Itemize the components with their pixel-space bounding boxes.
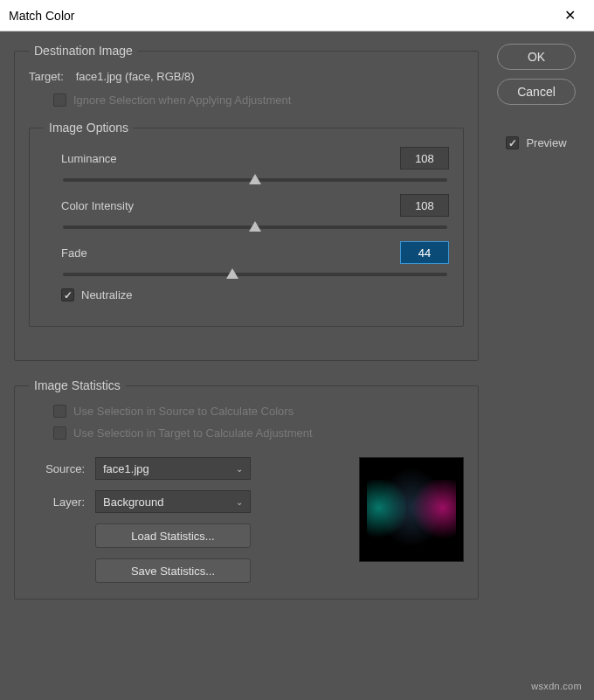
close-button[interactable]: ✕ [554, 0, 585, 31]
load-statistics-button[interactable]: Load Statistics... [95, 523, 251, 548]
color-intensity-thumb[interactable] [249, 221, 261, 232]
statistics-legend: Image Statistics [29, 378, 126, 392]
fade-group: Fade [44, 241, 449, 276]
use-target-checkbox [53, 426, 66, 440]
color-intensity-input[interactable] [400, 194, 449, 217]
color-intensity-label: Color Intensity [61, 199, 134, 212]
target-value: face1.jpg (face, RGB/8) [76, 70, 195, 83]
use-target-label: Use Selection in Target to Calculate Adj… [73, 426, 313, 440]
preview-thumbnail-wrap [359, 457, 464, 583]
source-row: Source: face1.jpg ⌄ [29, 457, 331, 480]
image-options-group: Image Options Luminance Color Intensity [29, 121, 464, 327]
luminance-group: Luminance [44, 147, 449, 182]
fade-thumb[interactable] [226, 268, 238, 279]
ignore-selection-label: Ignore Selection when Applying Adjustmen… [73, 94, 291, 107]
layer-row: Layer: Background ⌄ [29, 490, 331, 513]
save-statistics-button[interactable]: Save Statistics... [95, 558, 251, 583]
color-intensity-slider[interactable] [63, 225, 447, 229]
left-column: Destination Image Target: face1.jpg (fac… [14, 44, 479, 617]
source-label: Source: [29, 462, 85, 475]
use-target-row: Use Selection in Target to Calculate Adj… [29, 426, 464, 440]
destination-legend: Destination Image [29, 44, 138, 58]
ignore-selection-row: Ignore Selection when Applying Adjustmen… [29, 94, 464, 107]
layer-label: Layer: [29, 496, 85, 509]
use-source-checkbox [53, 405, 66, 418]
chevron-down-icon: ⌄ [236, 497, 243, 507]
fade-input[interactable] [400, 241, 449, 264]
chevron-down-icon: ⌄ [236, 464, 243, 474]
preview-face-image [360, 458, 463, 561]
layer-select[interactable]: Background ⌄ [95, 490, 251, 513]
save-row: Save Statistics... [29, 558, 331, 583]
neutralize-label: Neutralize [81, 288, 133, 301]
titlebar: Match Color ✕ [0, 0, 594, 31]
neutralize-row: Neutralize [44, 288, 449, 301]
luminance-thumb[interactable] [249, 174, 261, 184]
source-select[interactable]: face1.jpg ⌄ [95, 457, 251, 480]
ok-button[interactable]: OK [497, 44, 576, 70]
right-column: OK Cancel Preview [493, 44, 580, 617]
preview-row: Preview [506, 136, 566, 149]
ignore-selection-checkbox [53, 94, 66, 107]
close-icon: ✕ [564, 7, 576, 24]
preview-label: Preview [526, 136, 566, 149]
color-intensity-group: Color Intensity [44, 194, 449, 229]
layer-value: Background [103, 496, 163, 509]
image-statistics-group: Image Statistics Use Selection in Source… [14, 378, 479, 600]
luminance-label: Luminance [61, 152, 117, 165]
destination-image-group: Destination Image Target: face1.jpg (fac… [14, 44, 479, 361]
neutralize-checkbox[interactable] [61, 288, 74, 301]
luminance-slider[interactable] [63, 178, 447, 182]
luminance-input[interactable] [400, 147, 449, 170]
stats-grid: Source: face1.jpg ⌄ Layer: Background ⌄ [29, 457, 464, 583]
fade-label: Fade [61, 246, 87, 260]
image-options-legend: Image Options [44, 121, 134, 135]
stats-controls: Source: face1.jpg ⌄ Layer: Background ⌄ [29, 457, 331, 583]
cancel-button[interactable]: Cancel [497, 79, 576, 105]
target-label: Target: [29, 70, 64, 83]
load-row: Load Statistics... [29, 523, 331, 548]
fade-slider[interactable] [63, 273, 447, 276]
use-source-row: Use Selection in Source to Calculate Col… [29, 405, 464, 418]
target-row: Target: face1.jpg (face, RGB/8) [29, 70, 464, 83]
window-title: Match Color [9, 9, 554, 23]
dialog-content: Destination Image Target: face1.jpg (fac… [0, 31, 594, 629]
preview-thumbnail [359, 457, 464, 562]
use-source-label: Use Selection in Source to Calculate Col… [73, 405, 294, 418]
source-value: face1.jpg [103, 462, 149, 475]
watermark: wsxdn.com [531, 681, 582, 691]
preview-checkbox[interactable] [506, 136, 519, 149]
